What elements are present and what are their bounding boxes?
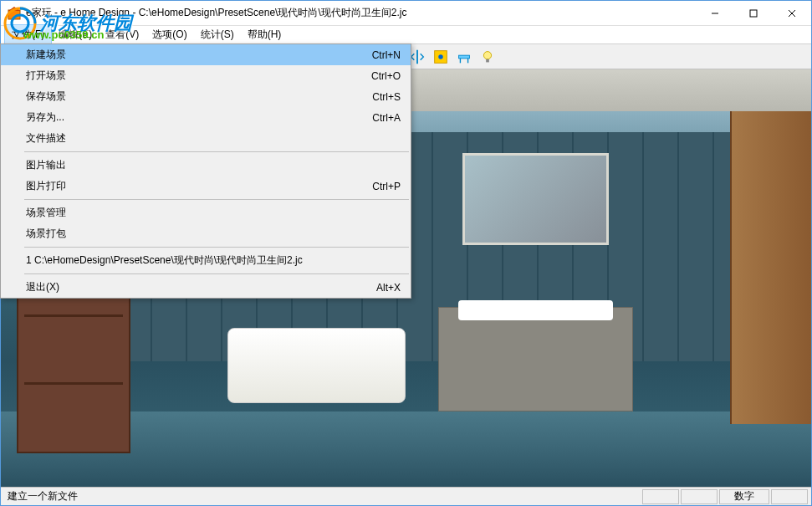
menu-item-label: 文件描述 [26,131,401,146]
app-icon [8,7,21,20]
window-title: e家玩 - e Home Design - C:\eHomeDesign\Pre… [26,6,696,20]
menu-item-label: 1 C:\eHomeDesign\PresetScene\现代时尚\现代时尚卫生… [26,253,401,268]
menu-item-shortcut: Alt+X [376,282,401,294]
maximize-button[interactable] [734,1,773,25]
menu-item-save-scene[interactable]: 保存场景 Ctrl+S [1,86,411,107]
window-controls [696,1,811,25]
status-cell-empty [771,489,808,504]
tool-furniture-icon[interactable] [453,46,475,68]
svg-rect-3 [750,10,757,17]
menu-options[interactable]: 选项(O) [146,25,193,44]
status-cell-empty [642,489,679,504]
menu-item-shortcut: Ctrl+O [371,70,401,82]
status-cells: 数字 [641,489,808,504]
scene-door [730,111,811,424]
menu-item-label: 退出(X) [26,280,376,294]
menu-item-recent-1[interactable]: 1 C:\eHomeDesign\PresetScene\现代时尚\现代时尚卫生… [1,250,411,271]
svg-point-28 [438,54,443,59]
menu-stats[interactable]: 统计(S) [194,25,241,44]
tool-center-icon[interactable] [430,46,452,68]
menu-item-label: 打开场景 [26,69,371,83]
menu-separator [24,199,409,200]
menu-item-exit[interactable]: 退出(X) Alt+X [1,277,411,298]
tool-light-icon[interactable] [477,46,498,68]
menu-view[interactable]: 查看(V) [99,25,146,44]
menu-item-new-scene[interactable]: 新建场景 Ctrl+N [1,44,411,65]
menu-item-open-scene[interactable]: 打开场景 Ctrl+O [1,65,411,86]
menu-separator [24,151,409,152]
svg-rect-29 [459,55,470,59]
menu-item-shortcut: Ctrl+S [372,91,401,103]
menu-item-shortcut: Ctrl+N [372,49,401,61]
menu-item-image-output[interactable]: 图片输出 [1,155,411,176]
menu-item-image-print[interactable]: 图片打印 Ctrl+P [1,176,411,197]
file-dropdown: 新建场景 Ctrl+N 打开场景 Ctrl+O 保存场景 Ctrl+S 另存为.… [0,43,411,299]
svg-rect-0 [8,10,20,19]
status-cell-empty [681,489,718,504]
menu-item-shortcut: Ctrl+A [372,112,401,124]
menu-item-save-as[interactable]: 另存为... Ctrl+A [1,107,411,128]
close-button[interactable] [773,1,811,25]
menu-item-scene-manage[interactable]: 场景管理 [1,202,411,223]
menu-separator [24,273,409,274]
menu-item-label: 保存场景 [26,89,372,104]
minimize-button[interactable] [696,1,734,25]
menu-item-label: 场景打包 [26,227,401,241]
menu-separator [24,247,409,248]
svg-rect-33 [486,59,489,62]
svg-point-32 [483,51,491,59]
svg-marker-1 [8,7,20,11]
status-message: 建立一个新文件 [4,489,641,503]
menu-item-scene-package[interactable]: 场景打包 [1,223,411,244]
menu-item-label: 场景管理 [26,206,401,220]
menu-item-label: 新建场景 [26,48,372,62]
menu-help[interactable]: 帮助(H) [241,25,289,44]
status-cell-mode: 数字 [719,489,769,504]
statusbar: 建立一个新文件 数字 [1,487,811,505]
scene-mirror [462,153,608,245]
app-window: e家玩 - e Home Design - C:\eHomeDesign\Pre… [0,0,812,506]
menu-item-label: 图片打印 [26,179,372,193]
menu-item-label: 另存为... [26,110,372,125]
menubar: 文件(F) 编辑(E) 查看(V) 选项(O) 统计(S) 帮助(H) [1,26,811,44]
menu-file[interactable]: 文件(F) [4,24,52,45]
menu-edit[interactable]: 编辑(E) [52,25,99,44]
titlebar: e家玩 - e Home Design - C:\eHomeDesign\Pre… [1,1,811,26]
scene-vanity [438,307,633,411]
scene-sink [458,300,612,321]
menu-item-file-desc[interactable]: 文件描述 [1,128,411,149]
scene-bathtub [227,328,406,403]
menu-item-shortcut: Ctrl+P [372,181,401,192]
menu-item-label: 图片输出 [26,158,401,172]
